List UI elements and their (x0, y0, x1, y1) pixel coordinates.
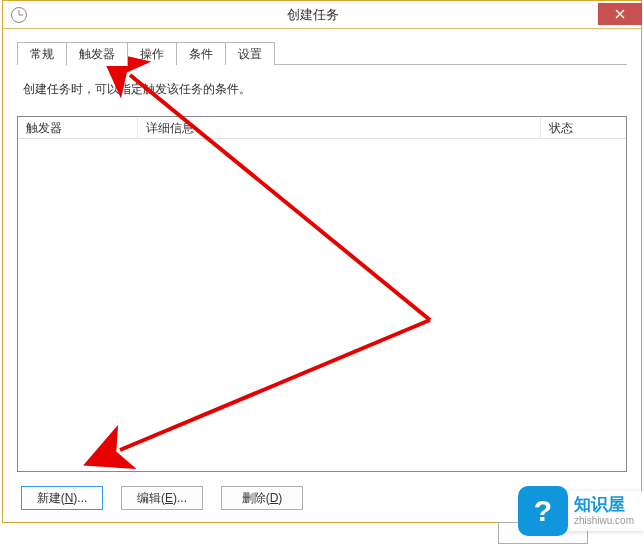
watermark: ? 知识屋 zhishiwu.com (518, 486, 644, 536)
question-icon: ? (534, 494, 552, 528)
dialog-content: 常规 触发器 操作 条件 设置 创建任务时，可以指定触发该任务的条件。 触发器 … (3, 29, 641, 522)
new-button[interactable]: 新建(N)... (21, 486, 103, 510)
close-icon (615, 9, 625, 19)
watermark-badge: ? (518, 486, 568, 536)
tab-conditions[interactable]: 条件 (176, 42, 226, 65)
delete-button[interactable]: 删除(D) (221, 486, 303, 510)
col-trigger[interactable]: 触发器 (18, 117, 138, 138)
tab-general[interactable]: 常规 (17, 42, 67, 65)
new-button-label: 新建(N)... (37, 491, 88, 505)
list-body[interactable] (18, 139, 626, 471)
clock-icon (11, 7, 27, 23)
titlebar[interactable]: 创建任务 (3, 1, 641, 29)
watermark-brand-en: zhishiwu.com (574, 515, 634, 526)
col-details[interactable]: 详细信息 (138, 117, 541, 138)
description-text: 创建任务时，可以指定触发该任务的条件。 (17, 65, 627, 116)
dialog-window: 创建任务 常规 触发器 操作 条件 设置 创建任务时，可以指定触发该任务的条件。… (2, 0, 642, 523)
edit-button[interactable]: 编辑(E)... (121, 486, 203, 510)
tab-settings[interactable]: 设置 (225, 42, 275, 65)
close-button[interactable] (598, 3, 642, 25)
edit-button-label: 编辑(E)... (137, 491, 187, 505)
delete-button-label: 删除(D) (242, 491, 283, 505)
triggers-list[interactable]: 触发器 详细信息 状态 (17, 116, 627, 472)
tab-strip: 常规 触发器 操作 条件 设置 (17, 41, 627, 65)
tab-triggers[interactable]: 触发器 (66, 42, 128, 66)
col-status[interactable]: 状态 (541, 117, 626, 138)
tab-actions[interactable]: 操作 (127, 42, 177, 65)
window-title: 创建任务 (27, 6, 598, 24)
watermark-brand-cn: 知识屋 (574, 496, 634, 515)
list-headers: 触发器 详细信息 状态 (18, 117, 626, 139)
